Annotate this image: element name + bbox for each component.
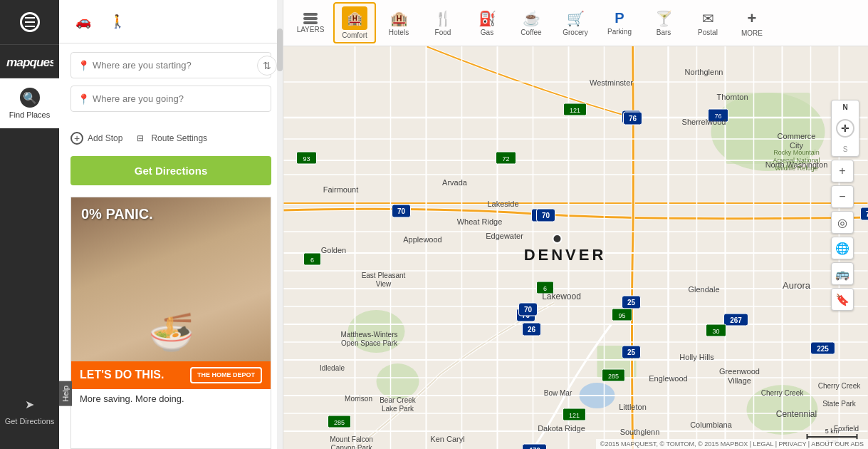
compass-control[interactable]: N ✛ S	[831, 100, 859, 157]
add-stop-button[interactable]: + Add Stop	[70, 132, 122, 145]
start-location-dot: 📍	[78, 60, 90, 71]
menu-button[interactable]	[0, 0, 59, 45]
svg-text:Lake Park: Lake Park	[382, 405, 414, 413]
help-tab[interactable]: Help	[59, 381, 72, 406]
svg-text:267: 267	[730, 316, 742, 324]
more-label: MORE	[741, 29, 763, 37]
swap-button[interactable]: ⇅	[257, 56, 277, 76]
hamburger-line-1	[25, 17, 35, 19]
get-directions-icon: ➤	[20, 394, 40, 414]
plus-icon: +	[70, 132, 83, 145]
start-input-group: 📍 ⇅	[70, 52, 271, 78]
toolbar-hotels[interactable]: 🏨 Hotels	[377, 2, 420, 43]
ad-brand-name: THE HOME DEPOT	[197, 371, 255, 379]
start-input[interactable]	[70, 52, 271, 78]
toolbar-layers[interactable]: LAYERS	[289, 2, 332, 43]
toolbar-gas[interactable]: ⛽ Gas	[466, 2, 508, 43]
drive-mode-button[interactable]: 🚗	[70, 9, 96, 34]
my-location-button[interactable]: ◎	[831, 211, 854, 234]
gas-icon: ⛽	[479, 10, 496, 27]
coffee-label: Coffee	[521, 29, 541, 36]
svg-text:Ken Caryl: Ken Caryl	[430, 435, 464, 443]
svg-text:Open Space Park: Open Space Park	[341, 339, 398, 347]
zoom-out-button[interactable]: −	[831, 185, 854, 208]
denver-label: DENVER	[524, 246, 607, 264]
bars-label: Bars	[657, 29, 671, 36]
svg-text:Applewood: Applewood	[403, 235, 441, 244]
svg-text:72: 72	[502, 155, 509, 162]
sidebar-item-get-directions[interactable]: ➤ Get Directions	[0, 385, 59, 435]
route-settings-label: Route Settings	[151, 133, 207, 143]
traffic-button[interactable]: 🚌	[831, 262, 854, 285]
svg-text:Glendale: Glendale	[688, 285, 719, 294]
svg-text:Aurora: Aurora	[783, 280, 811, 291]
toolbar-comfort[interactable]: 🏨 Comfort	[333, 2, 376, 43]
svg-text:70: 70	[397, 207, 406, 215]
food-icon: 🍴	[434, 10, 452, 27]
toolbar-food[interactable]: 🍴 Food	[422, 2, 464, 43]
route-settings-button[interactable]: ⊟ Route Settings	[134, 132, 207, 145]
toolbar-coffee[interactable]: ☕ Coffee	[510, 2, 553, 43]
zoom-in-icon: +	[839, 165, 845, 177]
walk-mode-button[interactable]: 🚶	[105, 9, 130, 34]
comfort-icon: 🏨	[342, 6, 367, 30]
svg-text:Southglenn: Southglenn	[620, 428, 660, 436]
svg-text:121: 121	[569, 412, 580, 419]
coffee-icon: ☕	[523, 10, 540, 27]
map-svg: 70 70 70 25 25 25 76 76	[283, 46, 868, 449]
layers-label: LAYERS	[297, 26, 325, 33]
location-icon: ◎	[837, 216, 847, 229]
svg-text:25: 25	[627, 299, 636, 306]
ad-brand-logo: THE HOME DEPOT	[190, 367, 262, 383]
svg-text:225: 225	[817, 345, 829, 353]
svg-text:70: 70	[542, 212, 550, 220]
svg-text:70: 70	[524, 306, 533, 314]
compass-south: S	[843, 145, 848, 153]
map-attribution: ©2015 MAPQUEST, © TOMTOM, © 2015 MAPBOX …	[596, 439, 868, 449]
svg-text:Matthews-Winters: Matthews-Winters	[340, 331, 397, 339]
toolbar-grocery[interactable]: 🛒 Grocery	[554, 2, 597, 43]
end-input[interactable]	[70, 86, 271, 112]
zoom-in-button[interactable]: +	[831, 160, 854, 182]
globe-view-button[interactable]: 🌐	[831, 237, 854, 259]
svg-text:Wildlife Refuge: Wildlife Refuge	[775, 165, 818, 172]
svg-text:Lakewood: Lakewood	[542, 291, 581, 301]
layers-icon	[303, 13, 318, 24]
panel: 🚗 🚶 📍 ⇅ 📍 + Add Stop ⊟ Route Settings	[59, 0, 283, 449]
parking-label: Parking	[607, 28, 632, 36]
svg-text:Fairmount: Fairmount	[323, 185, 359, 194]
svg-text:Littleton: Littleton	[619, 403, 647, 411]
svg-point-91	[553, 234, 562, 243]
sidebar-item-find-places[interactable]: 🔍 Find Places	[0, 78, 59, 128]
toolbar-postal[interactable]: ✉ Postal	[686, 2, 729, 43]
compass-north: N	[842, 103, 847, 111]
hamburger-line-2	[25, 21, 35, 23]
svg-text:Wheat Ridge: Wheat Ridge	[457, 217, 503, 226]
zoom-out-icon: −	[839, 190, 845, 203]
toolbar-parking[interactable]: P Parking	[598, 2, 641, 43]
panel-header: 🚗 🚶	[59, 0, 283, 43]
svg-text:Bear Creek: Bear Creek	[380, 396, 417, 404]
svg-text:Thornton: Thornton	[716, 93, 748, 101]
svg-text:Lakeside: Lakeside	[487, 200, 518, 208]
add-stop-label: Add Stop	[88, 133, 122, 143]
drive-icon: 🚗	[75, 14, 91, 29]
toolbar-bars[interactable]: 🍸 Bars	[642, 2, 685, 43]
map-area: LAYERS 🏨 Comfort 🏨 Hotels 🍴 Food ⛽ Gas ☕…	[283, 0, 868, 449]
svg-text:Sherrelwood: Sherrelwood	[682, 118, 726, 126]
svg-text:Cherry Creek: Cherry Creek	[818, 382, 861, 390]
logo-area: mapquest	[0, 45, 59, 78]
svg-text:Englewood: Englewood	[649, 374, 687, 383]
svg-text:Rocky Mountain: Rocky Mountain	[773, 149, 820, 156]
bookmark-button[interactable]: 🔖	[831, 288, 854, 311]
globe-icon: 🌐	[835, 242, 849, 255]
svg-point-5	[377, 363, 419, 399]
svg-text:Bow Mar: Bow Mar	[544, 389, 572, 397]
svg-text:121: 121	[570, 107, 580, 114]
toolbar-more[interactable]: + MORE	[731, 2, 773, 43]
svg-text:Holly Hills: Holly Hills	[679, 353, 714, 361]
hotels-label: Hotels	[389, 29, 409, 36]
get-directions-button[interactable]: Get Directions	[70, 156, 271, 185]
svg-text:Columbiana: Columbiana	[690, 420, 733, 429]
ad-footer: LET'S DO THIS. THE HOME DEPOT	[71, 361, 271, 389]
